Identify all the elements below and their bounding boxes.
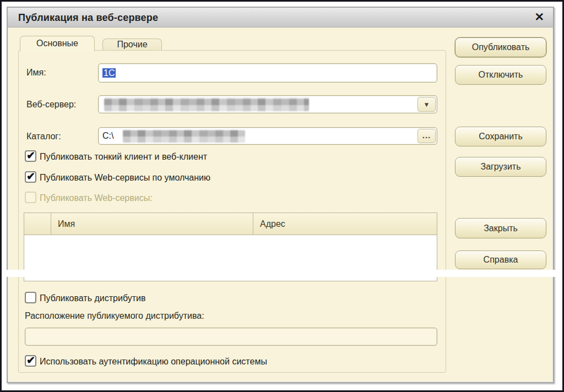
close-button[interactable]: Закрыть xyxy=(455,218,546,238)
tab-other[interactable]: Прочие xyxy=(102,39,162,51)
publication-dialog: Публикация на веб-сервере ✕ Основные Про… xyxy=(7,7,554,383)
help-button[interactable]: Справка xyxy=(455,251,546,269)
dialog-titlebar[interactable]: Публикация на веб-сервере ✕ xyxy=(8,8,553,28)
screenshot-splice-band xyxy=(0,270,564,277)
tab-content-panel xyxy=(18,50,446,373)
screenshot-frame: Публикация на веб-сервере ✕ Основные Про… xyxy=(0,0,564,392)
tab-main[interactable]: Основные xyxy=(20,36,95,51)
dialog-title: Публикация на веб-сервере xyxy=(18,8,158,28)
close-icon[interactable]: ✕ xyxy=(534,8,544,26)
disconnect-button[interactable]: Отключить xyxy=(455,65,546,85)
load-button[interactable]: Загрузить xyxy=(455,157,546,177)
publish-button[interactable]: Опубликовать xyxy=(455,37,546,57)
save-button[interactable]: Сохранить xyxy=(455,127,546,146)
